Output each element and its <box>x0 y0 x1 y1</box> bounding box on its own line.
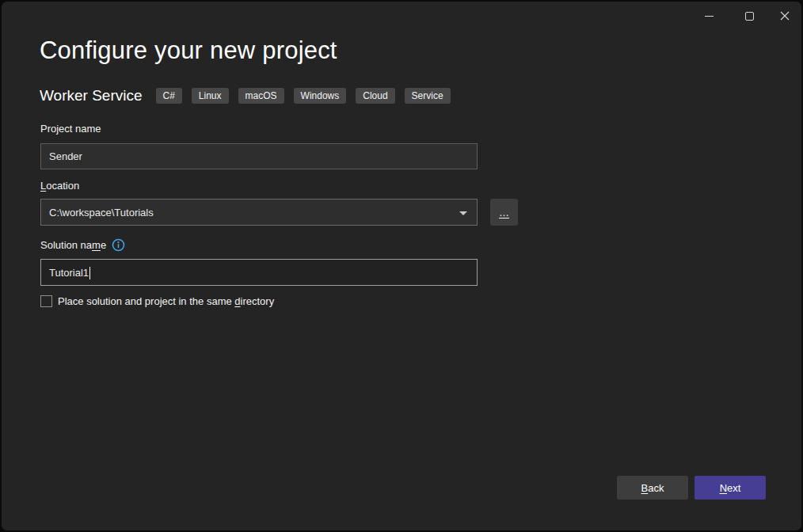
minimize-button[interactable] <box>692 5 725 27</box>
page-title: Configure your new project <box>40 36 337 65</box>
back-label-rest: ack <box>648 482 664 494</box>
same-directory-label[interactable]: Place solution and project in the same d… <box>58 295 274 307</box>
maximize-icon <box>745 12 754 21</box>
text-cursor <box>89 267 90 279</box>
maximize-button[interactable] <box>733 5 766 27</box>
tag-service: Service <box>405 88 451 104</box>
project-name-value: Sender <box>49 150 82 162</box>
location-combobox[interactable]: C:\workspace\Tutorials <box>40 199 478 226</box>
template-tags: C# Linux macOS Windows Cloud Service <box>156 88 451 104</box>
next-button-label: Next <box>720 482 741 494</box>
titlebar[interactable] <box>2 2 801 28</box>
location-label: Location <box>40 180 79 192</box>
configure-project-dialog: Configure your new project Worker Servic… <box>1 1 802 531</box>
location-value: C:\workspace\Tutorials <box>49 207 154 218</box>
info-icon[interactable] <box>112 238 125 252</box>
back-accesskey: B <box>641 482 649 494</box>
chevron-down-icon[interactable] <box>459 211 467 215</box>
tag-csharp: C# <box>156 88 182 104</box>
checkbox-label-pre: Place solution and project in the same <box>58 295 234 307</box>
solution-name-input[interactable]: Tutorial1 <box>40 259 478 286</box>
solution-label-post: e <box>101 239 106 251</box>
solution-name-value: Tutorial1 <box>49 267 89 279</box>
back-button-label: Back <box>641 482 664 494</box>
minimize-icon <box>705 16 714 17</box>
tag-cloud: Cloud <box>356 88 394 104</box>
close-button[interactable] <box>768 5 801 27</box>
location-label-rest: ocation <box>46 180 79 192</box>
tag-macos: macOS <box>238 88 284 104</box>
same-directory-checkbox[interactable] <box>40 295 52 307</box>
next-accesskey: N <box>720 482 727 494</box>
project-name-input[interactable]: Sender <box>40 143 478 169</box>
browse-label: … <box>499 207 509 218</box>
template-info-row: Worker Service C# Linux macOS Windows Cl… <box>40 87 451 104</box>
template-name: Worker Service <box>40 87 143 104</box>
next-label-rest: ext <box>727 482 740 494</box>
back-button[interactable]: Back <box>617 476 688 500</box>
same-directory-option[interactable]: Place solution and project in the same d… <box>40 295 274 307</box>
checkbox-label-post: irectory <box>241 295 275 307</box>
solution-name-label-row: Solution name <box>40 238 125 252</box>
checkbox-accesskey: d <box>234 295 240 307</box>
solution-label-pre: Solution na <box>40 239 92 251</box>
solution-accesskey: m <box>92 239 101 251</box>
browse-button[interactable]: … <box>490 199 518 226</box>
project-name-label: Project name <box>40 123 101 135</box>
close-icon <box>779 10 790 21</box>
tag-windows: Windows <box>294 88 347 104</box>
solution-name-label: Solution name <box>40 239 106 251</box>
tag-linux: Linux <box>192 88 229 104</box>
next-button[interactable]: Next <box>695 476 766 500</box>
